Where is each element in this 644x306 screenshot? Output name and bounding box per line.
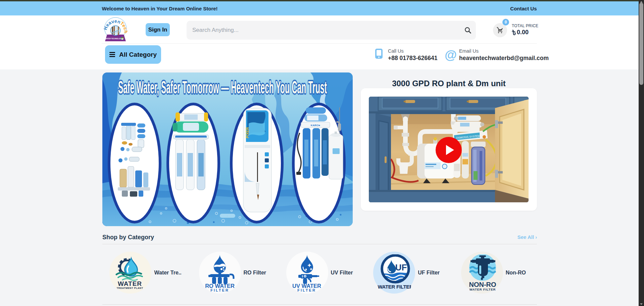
svg-text:WATER: WATER <box>118 280 142 287</box>
svg-text:WATER FILTER: WATER FILTER <box>378 284 411 290</box>
svg-text:PiXER: PiXER <box>245 127 249 138</box>
svg-text:@: @ <box>445 48 457 62</box>
svg-text:FILTER: FILTER <box>210 288 229 292</box>
svg-text:WATER TECHNOLOGY: WATER TECHNOLOGY <box>105 38 123 40</box>
svg-text:TREATMENT PLANT: TREATMENT PLANT <box>117 287 143 290</box>
svg-text:KARO●: KARO● <box>311 124 320 127</box>
svg-text:WATER FILTER: WATER FILTER <box>469 288 495 291</box>
svg-text:UF: UF <box>395 262 407 272</box>
svg-text:Safe Water, Safer Tomorrow — H: Safe Water, Safer Tomorrow — Heaventech … <box>118 78 327 97</box>
svg-text:FILTER: FILTER <box>297 288 316 292</box>
